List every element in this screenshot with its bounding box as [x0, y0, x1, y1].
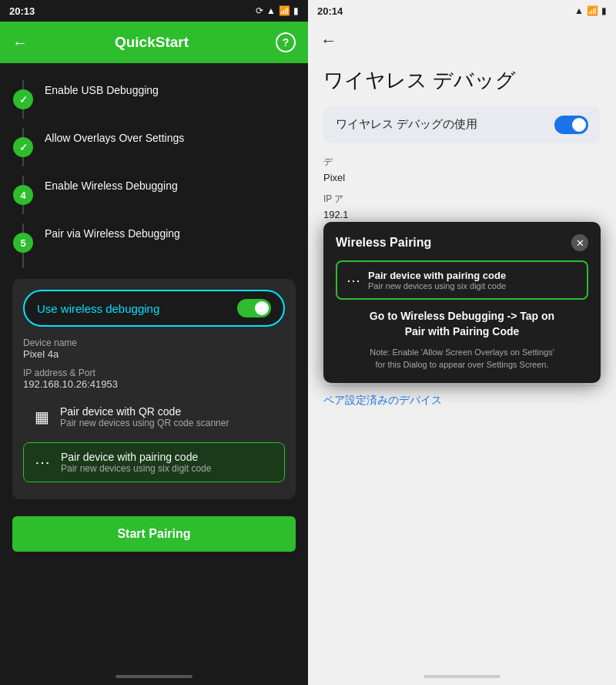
step-circle-1: ✓	[13, 89, 33, 109]
wireless-pairing-popup: Wireless Pairing ✕ ⋯ Pair device with pa…	[323, 222, 601, 383]
step-line-top-1	[22, 80, 24, 89]
back-button[interactable]: ←	[12, 34, 28, 52]
right-signal-icon: 📶	[587, 5, 598, 16]
step-line-bottom-4	[22, 205, 24, 214]
step-label-4: Enable Wireless Debugging	[45, 176, 178, 194]
help-button[interactable]: ?	[276, 32, 296, 52]
wireless-debug-toggle-label: ワイヤレス デバッグの使用	[336, 117, 477, 132]
right-status-bar: 20:14 ▲ 📶 ▮	[308, 0, 616, 22]
pair-option-qr-title: Pair device with QR code	[60, 405, 229, 418]
step-line-bottom-1	[22, 109, 24, 119]
right-content: ワイヤレス デバッグ ワイヤレス デバッグの使用 デ Pixel IP ア 19…	[308, 60, 616, 668]
popup-note: Note: Enable 'Allow Screen Overlays on S…	[336, 347, 588, 371]
popup-title: Wireless Pairing	[336, 236, 431, 250]
step-line-top-2	[22, 128, 24, 137]
popup-pair-sub: Pair new devices using six digit code	[368, 281, 506, 290]
step-circle-4: 4	[13, 185, 33, 205]
ip-section-label: IP ア	[323, 193, 601, 206]
pair-option-code[interactable]: ⋯ Pair device with pairing code Pair new…	[23, 442, 285, 482]
step-item-4: 4 Enable Wireless Debugging	[0, 171, 308, 219]
code-icon: ⋯	[33, 453, 52, 472]
step-label-2: Allow Overlays Over Settings	[45, 128, 184, 146]
pair-option-qr[interactable]: ▦ Pair device with QR code Pair new devi…	[23, 398, 285, 436]
popup-pair-title: Pair device with pairing code	[368, 270, 506, 281]
step-label-1: Enable USB Debugging	[45, 80, 159, 99]
left-status-time: 20:13	[9, 5, 35, 17]
ip-address-field: IP address & Port 192.168.10.26:41953	[23, 368, 285, 390]
right-home-bar	[308, 668, 616, 685]
step-item-2: ✓ Allow Overlays Over Settings	[0, 123, 308, 171]
device-name-label: Device name	[23, 337, 285, 348]
pair-option-code-texts: Pair device with pairing code Pair new d…	[61, 451, 211, 474]
qr-icon: ▦	[32, 408, 51, 426]
paired-devices-link[interactable]: ペア設定済みのデバイス	[323, 394, 601, 408]
right-panel: 20:14 ▲ 📶 ▮ ← ワイヤレス デバッグ ワイヤレス デバッグの使用 デ…	[308, 0, 616, 685]
device-name-field: Device name Pixel 4a	[23, 337, 285, 360]
popup-pair-texts: Pair device with pairing code Pair new d…	[368, 270, 506, 290]
right-status-time: 20:14	[317, 5, 343, 17]
popup-close-button[interactable]: ✕	[571, 234, 588, 251]
pair-option-code-sub: Pair new devices using six digit code	[61, 463, 211, 474]
home-bar-line	[116, 675, 192, 678]
wifi-icon: ▲	[266, 5, 276, 16]
left-home-bar	[0, 668, 308, 685]
battery-icon: ▮	[293, 5, 299, 16]
pair-option-code-title: Pair device with pairing code	[61, 451, 211, 463]
wireless-debug-toggle-row[interactable]: Use wireless debugging	[23, 290, 285, 327]
device-section-label: デ	[323, 156, 601, 169]
refresh-icon: ⟳	[256, 5, 263, 16]
right-wifi-icon: ▲	[574, 5, 584, 16]
wireless-debug-label: Use wireless debugging	[37, 302, 159, 315]
popup-pair-icon: ⋯	[346, 272, 360, 289]
step-indicator-1: ✓	[12, 80, 34, 119]
popup-pair-item[interactable]: ⋯ Pair device with pairing code Pair new…	[336, 260, 588, 300]
step-indicator-2: ✓	[12, 128, 34, 166]
step-line-top-5	[22, 223, 24, 233]
step-list: ✓ Enable USB Debugging ✓ Allow Overlays …	[0, 76, 308, 273]
step-label-5: Pair via Wireless Debugging	[45, 223, 180, 242]
popup-header: Wireless Pairing ✕	[336, 234, 588, 251]
left-header: ← QuickStart ?	[0, 22, 308, 63]
wireless-debug-toggle-blue[interactable]	[554, 116, 588, 134]
ip-section-value: 192.1	[323, 209, 601, 220]
step-indicator-4: 4	[12, 176, 34, 214]
left-status-bar: 20:13 ⟳ ▲ 📶 ▮	[0, 0, 308, 22]
right-status-icons: ▲ 📶 ▮	[574, 5, 607, 16]
right-battery-icon: ▮	[601, 5, 607, 16]
pair-option-qr-sub: Pair new devices using QR code scanner	[60, 418, 229, 428]
step-circle-5: 5	[13, 233, 33, 253]
step-line-top-4	[22, 176, 24, 185]
step-line-bottom-5	[22, 253, 24, 268]
ip-label: IP address & Port	[23, 368, 285, 378]
divider	[323, 385, 601, 386]
device-section-value: Pixel	[323, 172, 601, 183]
start-pairing-button[interactable]: Start Pairing	[12, 516, 296, 552]
signal-icon: 📶	[279, 5, 290, 16]
ip-value: 192.168.10.26:41953	[23, 378, 285, 390]
right-back-button[interactable]: ←	[320, 31, 337, 51]
wireless-debug-toggle-card[interactable]: ワイヤレス デバッグの使用	[323, 106, 601, 143]
pair-option-qr-texts: Pair device with QR code Pair new device…	[60, 405, 229, 428]
step-item-5: 5 Pair via Wireless Debugging	[0, 219, 308, 273]
step-indicator-5: 5	[12, 223, 34, 268]
left-content: ✓ Enable USB Debugging ✓ Allow Overlays …	[0, 63, 308, 668]
right-home-line	[424, 675, 500, 678]
right-top-bar: ←	[308, 22, 616, 60]
left-panel: 20:13 ⟳ ▲ 📶 ▮ ← QuickStart ? ✓ Enable US…	[0, 0, 308, 685]
device-name-value: Pixel 4a	[23, 348, 285, 360]
page-title: ワイヤレス デバッグ	[323, 68, 601, 94]
step-item-1: ✓ Enable USB Debugging	[0, 76, 308, 123]
left-status-icons: ⟳ ▲ 📶 ▮	[256, 5, 299, 16]
card-section: Use wireless debugging Device name Pixel…	[12, 279, 296, 499]
wireless-debug-switch[interactable]	[237, 299, 271, 317]
popup-instruction: Go to Wireless Debugging -> Tap onPair w…	[336, 309, 588, 339]
app-title: QuickStart	[115, 34, 189, 51]
step-circle-2: ✓	[13, 137, 33, 157]
step-line-bottom-2	[22, 157, 24, 166]
